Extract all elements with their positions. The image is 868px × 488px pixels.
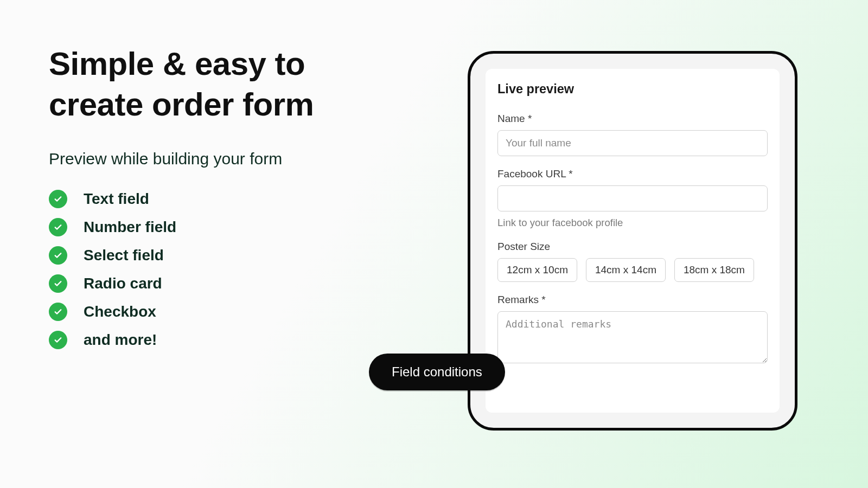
check-icon [49,190,67,208]
feature-item: Checkbox [49,303,385,321]
poster-option-2[interactable]: 14cm x 14cm [586,258,666,282]
live-preview-title: Live preview [497,82,768,97]
check-icon [49,303,67,321]
check-icon [49,218,67,236]
feature-item: Radio card [49,274,385,293]
feature-label: Checkbox [84,303,156,320]
device-frame: Live preview Name * Facebook URL * Link … [468,51,797,431]
feature-list: Text field Number field Select field Rad… [49,190,385,349]
feature-item: Text field [49,190,385,208]
form-group-remarks: Remarks * [497,294,768,365]
page-subheading: Preview while building your form [49,150,385,168]
form-group-facebook: Facebook URL * Link to your facebook pro… [497,168,768,229]
name-input[interactable] [497,130,768,156]
check-icon [49,331,67,349]
facebook-help-text: Link to your facebook profile [497,217,768,229]
field-conditions-button[interactable]: Field conditions [369,354,505,390]
poster-option-3[interactable]: 18cm x 18cm [674,258,754,282]
feature-item: Number field [49,218,385,236]
poster-size-label: Poster Size [497,241,768,253]
check-icon [49,274,67,293]
feature-label: and more! [84,331,157,349]
facebook-label: Facebook URL * [497,168,768,180]
feature-label: Select field [84,247,164,264]
form-group-name: Name * [497,113,768,156]
form-group-poster-size: Poster Size 12cm x 10cm 14cm x 14cm 18cm… [497,241,768,282]
remarks-label: Remarks * [497,294,768,306]
facebook-input[interactable] [497,185,768,211]
feature-label: Radio card [84,275,162,292]
poster-size-options: 12cm x 10cm 14cm x 14cm 18cm x 18cm [497,258,768,282]
feature-item: and more! [49,331,385,349]
page-heading: Simple & easy to create order form [49,43,385,125]
check-icon [49,246,67,265]
live-preview-card: Live preview Name * Facebook URL * Link … [486,69,780,413]
feature-label: Number field [84,219,176,236]
marketing-left-column: Simple & easy to create order form Previ… [49,43,385,359]
feature-item: Select field [49,246,385,265]
name-label: Name * [497,113,768,125]
poster-option-1[interactable]: 12cm x 10cm [497,258,577,282]
feature-label: Text field [84,190,149,208]
remarks-textarea[interactable] [497,311,768,363]
